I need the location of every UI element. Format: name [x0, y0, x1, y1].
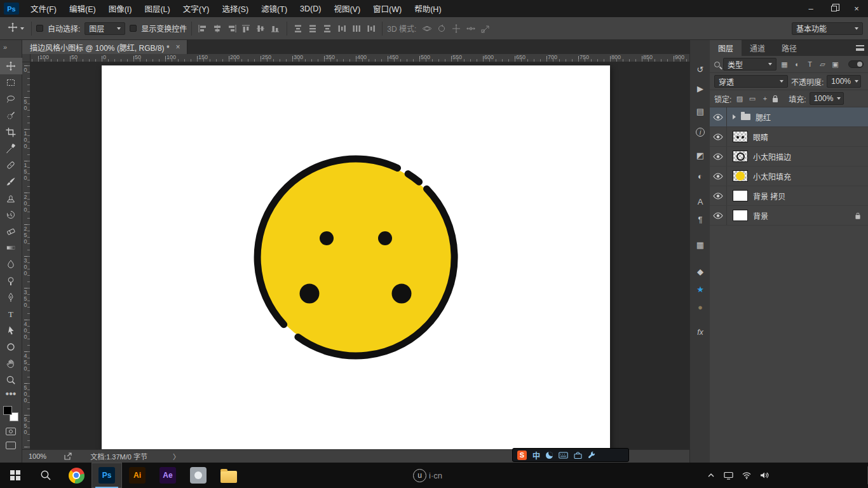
zoom-level[interactable]: 100%: [29, 452, 46, 460]
document-info[interactable]: 文档:1.37M/0 字节: [90, 451, 147, 461]
history-brush-tool[interactable]: [0, 207, 22, 223]
history-panel-icon[interactable]: ↺: [690, 62, 710, 77]
star-panel-icon[interactable]: ★: [690, 281, 710, 297]
layer-thumbnail[interactable]: [733, 151, 748, 162]
clone-stamp-tool[interactable]: [0, 190, 22, 207]
close-button[interactable]: ×: [845, 0, 868, 17]
align-hcenter-icon[interactable]: [211, 23, 224, 34]
plugins-panel-icon[interactable]: ◆: [690, 264, 710, 279]
layer-visibility-toggle[interactable]: [710, 166, 727, 186]
distribute-vcenter-icon[interactable]: [306, 23, 319, 34]
patterns-panel-icon[interactable]: ▦: [690, 237, 710, 252]
blur-tool[interactable]: [0, 256, 22, 273]
gradient-tool[interactable]: [0, 240, 22, 256]
tray-display-icon[interactable]: [724, 471, 733, 480]
healing-brush-tool[interactable]: [0, 157, 22, 173]
adjustments-panel-icon[interactable]: ◐: [690, 168, 710, 184]
brush-tool[interactable]: [0, 173, 22, 190]
ellipse-tool[interactable]: [0, 339, 22, 355]
ime-toolbar[interactable]: S中: [512, 448, 629, 462]
align-right-icon[interactable]: [226, 23, 238, 34]
layer-visibility-toggle[interactable]: [710, 127, 727, 146]
marquee-tool[interactable]: [0, 74, 22, 91]
paragraph-panel-icon[interactable]: ¶: [690, 212, 710, 227]
layer-row[interactable]: 背景: [710, 206, 868, 226]
fill-dropdown[interactable]: 100%: [810, 92, 844, 105]
filter-toggle-switch[interactable]: [848, 60, 864, 68]
dodge-tool[interactable]: [0, 273, 22, 289]
menu-item[interactable]: 帮助(H): [408, 0, 447, 17]
quick-mask-button[interactable]: [6, 428, 16, 435]
menu-item[interactable]: 文字(Y): [177, 0, 216, 17]
menu-item[interactable]: 窗口(W): [367, 0, 408, 17]
align-bottom-icon[interactable]: [269, 23, 282, 34]
actions-panel-icon[interactable]: ▶: [690, 81, 710, 96]
share-icon[interactable]: [64, 452, 72, 460]
layer-visibility-toggle[interactable]: [710, 147, 727, 166]
tray-expand-icon[interactable]: [707, 471, 715, 479]
explorer-app[interactable]: [214, 463, 244, 488]
layer-thumbnail[interactable]: [733, 131, 748, 142]
tray-network-icon[interactable]: [742, 471, 751, 479]
3d-scale-icon[interactable]: [479, 23, 492, 34]
workspace-switcher[interactable]: 基本功能: [792, 22, 863, 35]
menu-item[interactable]: 滤镜(T): [255, 0, 294, 17]
libraries-panel-icon[interactable]: ▤: [690, 104, 710, 119]
crop-tool[interactable]: [0, 124, 22, 140]
layer-visibility-toggle[interactable]: [710, 186, 727, 205]
lock-all-icon[interactable]: [773, 98, 778, 102]
path-select-tool[interactable]: [0, 322, 22, 339]
eyedropper-tool[interactable]: [0, 140, 22, 157]
tab-layers[interactable]: 图层: [710, 40, 742, 56]
ime-keyboard-icon[interactable]: [559, 452, 568, 459]
ime-toolbox-icon[interactable]: [574, 452, 582, 459]
distribute-right-icon[interactable]: [365, 23, 377, 34]
layer-row[interactable]: 小太阳描边: [710, 147, 868, 166]
lasso-tool[interactable]: [0, 91, 22, 107]
sphere-panel-icon[interactable]: ●: [690, 299, 710, 315]
color-swatches[interactable]: [3, 406, 18, 421]
align-vcenter-icon[interactable]: [255, 23, 268, 34]
character-panel-icon[interactable]: A: [690, 194, 710, 209]
restore-button[interactable]: [822, 0, 845, 17]
collapse-toolbar-icon[interactable]: »: [0, 40, 22, 54]
3d-slide-icon[interactable]: [465, 23, 477, 34]
capture-app[interactable]: [183, 463, 214, 488]
layer-row[interactable]: 腮红: [710, 107, 868, 127]
align-left-icon[interactable]: [196, 23, 209, 34]
opacity-dropdown[interactable]: 100%: [827, 75, 861, 88]
tab-paths[interactable]: 路径: [773, 40, 805, 56]
distribute-hcenter-icon[interactable]: [350, 23, 363, 34]
status-menu-chevron[interactable]: 〉: [173, 451, 180, 461]
menu-item[interactable]: 选择(S): [215, 0, 255, 17]
align-top-icon[interactable]: [240, 23, 253, 34]
distribute-top-icon[interactable]: [292, 23, 304, 34]
layer-row[interactable]: 背景 拷贝: [710, 186, 868, 206]
layer-visibility-toggle[interactable]: [710, 107, 727, 126]
close-tab-icon[interactable]: ×: [176, 43, 180, 51]
group-disclosure-icon[interactable]: [733, 114, 736, 119]
layer-row[interactable]: 眼睛: [710, 127, 868, 147]
start-button[interactable]: [0, 463, 31, 488]
menu-item[interactable]: 图像(I): [102, 0, 139, 17]
ime-wrench-icon[interactable]: [588, 451, 595, 459]
document-tab[interactable]: 描边风格小图标 @ 100% (腮红, RGB/8) * ×: [22, 40, 187, 54]
ime-language-indicator[interactable]: 中: [532, 450, 540, 461]
auto-select-checkbox[interactable]: [36, 25, 43, 32]
panel-menu-icon[interactable]: [856, 45, 864, 51]
menu-item[interactable]: 视图(V): [327, 0, 367, 17]
filter-smartobject-icon[interactable]: ▣: [831, 60, 840, 69]
lock-transparency-icon[interactable]: ▨: [735, 95, 744, 103]
tab-channels[interactable]: 通道: [742, 40, 773, 56]
filter-pixel-icon[interactable]: ▦: [780, 60, 789, 69]
search-button[interactable]: [31, 463, 61, 488]
menu-item[interactable]: 3D(D): [294, 0, 327, 17]
hand-tool[interactable]: [0, 355, 22, 372]
filter-adjustment-icon[interactable]: ◐: [792, 60, 802, 68]
foreground-color-swatch[interactable]: [3, 406, 12, 415]
after-effects-app[interactable]: Ae: [153, 463, 183, 488]
filter-shape-icon[interactable]: ▱: [818, 60, 827, 69]
quick-select-tool[interactable]: [0, 107, 22, 124]
eraser-tool[interactable]: [0, 223, 22, 240]
ime-moon-icon[interactable]: [546, 452, 553, 459]
